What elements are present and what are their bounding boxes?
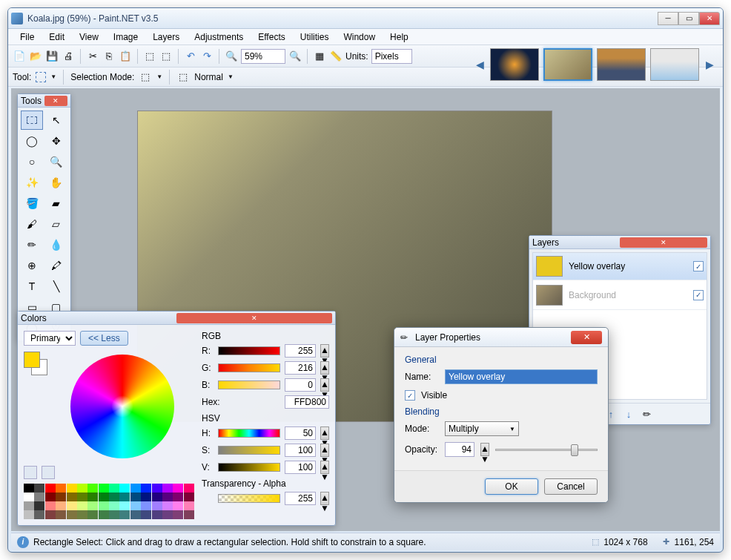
- swatch[interactable]: [162, 493, 173, 501]
- flood-icon[interactable]: ⬚: [176, 70, 190, 84]
- flood-mode[interactable]: Normal: [194, 72, 223, 82]
- opacity-spinner[interactable]: ▲▼: [480, 443, 489, 456]
- swatch[interactable]: [162, 510, 173, 519]
- swatch[interactable]: [24, 510, 34, 519]
- swatch[interactable]: [109, 510, 119, 519]
- swatch[interactable]: [45, 501, 56, 510]
- swatch[interactable]: [77, 484, 87, 493]
- swatch[interactable]: [99, 501, 109, 510]
- paint-bucket-tool[interactable]: 🪣: [21, 194, 43, 213]
- r-spinner[interactable]: ▲▼: [320, 344, 329, 358]
- primary-color-swatch[interactable]: [24, 352, 40, 368]
- tool-dropdown-icon[interactable]: ▼: [50, 73, 56, 80]
- dialog-titlebar[interactable]: ✏ Layer Properties ✕: [394, 328, 608, 347]
- swatch[interactable]: [56, 493, 66, 501]
- tools-palette[interactable]: Tools ✕ ↖ ◯ ✥ ○ 🔍 ✨ ✋ 🪣 ▰ 🖌 ▱ ✏ 💧 ⊕ 🖍 T …: [17, 93, 71, 341]
- swatch[interactable]: [99, 484, 109, 493]
- swatch[interactable]: [152, 501, 162, 510]
- s-slider[interactable]: [218, 446, 280, 455]
- swatch[interactable]: [99, 510, 109, 519]
- less-button[interactable]: << Less: [80, 331, 128, 346]
- selmode-replace-icon[interactable]: ⬚: [139, 70, 152, 84]
- line-tool[interactable]: ╲: [45, 277, 67, 296]
- swatch[interactable]: [34, 501, 44, 510]
- menu-effects[interactable]: Effects: [251, 30, 292, 44]
- document-thumb-4[interactable]: [650, 48, 699, 81]
- g-spinner[interactable]: ▲▼: [320, 361, 329, 375]
- lasso-select-tool[interactable]: ◯: [21, 131, 43, 151]
- swatch[interactable]: [141, 484, 151, 493]
- swatch[interactable]: [119, 484, 130, 493]
- manage-palette-icon[interactable]: [42, 466, 55, 479]
- grid-icon[interactable]: ▦: [313, 50, 326, 63]
- g-input[interactable]: [285, 361, 316, 375]
- swatch[interactable]: [119, 493, 130, 501]
- swatch[interactable]: [130, 484, 141, 493]
- layer-row-1[interactable]: Yellow overlay ✓: [533, 253, 707, 280]
- zoom-out-icon[interactable]: 🔍: [225, 50, 238, 63]
- menu-file[interactable]: File: [13, 30, 42, 44]
- swatch[interactable]: [24, 501, 34, 510]
- pan-tool[interactable]: ✋: [45, 173, 67, 192]
- b-slider[interactable]: [218, 381, 280, 389]
- menu-utilities[interactable]: Utilities: [293, 30, 337, 44]
- swatch[interactable]: [162, 484, 173, 493]
- layer-name-input[interactable]: [445, 369, 598, 384]
- thumb-prev-icon[interactable]: ◀: [474, 59, 486, 70]
- magic-wand-tool[interactable]: ✨: [21, 173, 43, 192]
- h-spinner[interactable]: ▲▼: [320, 426, 329, 440]
- menu-layers[interactable]: Layers: [145, 30, 187, 44]
- opacity-input[interactable]: [445, 442, 474, 457]
- menu-adjustments[interactable]: Adjustments: [187, 30, 251, 44]
- v-spinner[interactable]: ▲▼: [320, 461, 329, 474]
- rectangle-select-tool[interactable]: [21, 111, 43, 130]
- swatch[interactable]: [173, 493, 183, 501]
- swatch[interactable]: [56, 501, 66, 510]
- opacity-slider[interactable]: [495, 442, 598, 457]
- s-input[interactable]: [285, 444, 316, 457]
- b-input[interactable]: [285, 378, 316, 392]
- opacity-slider-thumb[interactable]: [571, 444, 578, 456]
- swatch[interactable]: [162, 501, 173, 510]
- a-spinner[interactable]: ▲▼: [320, 492, 329, 505]
- eraser-tool[interactable]: ▱: [45, 214, 67, 234]
- cut-icon[interactable]: ✂: [86, 50, 99, 63]
- layers-close-icon[interactable]: ✕: [620, 237, 707, 248]
- minimize-button[interactable]: ─: [658, 12, 678, 25]
- color-swatches[interactable]: [24, 352, 50, 378]
- swatch[interactable]: [67, 493, 77, 501]
- hex-input[interactable]: [285, 395, 329, 409]
- swatch[interactable]: [87, 493, 98, 501]
- pencil-tool[interactable]: ✏: [21, 235, 43, 254]
- color-wheel[interactable]: [70, 355, 174, 458]
- menu-view[interactable]: View: [72, 30, 106, 44]
- layer-visible-2[interactable]: ✓: [693, 290, 704, 300]
- alpha-input[interactable]: [285, 492, 316, 505]
- ok-button[interactable]: OK: [485, 478, 538, 495]
- swatch[interactable]: [109, 493, 119, 501]
- swatch[interactable]: [184, 493, 194, 501]
- paste-icon[interactable]: 📋: [119, 50, 132, 63]
- gradient-tool[interactable]: ▰: [45, 194, 67, 213]
- open-icon[interactable]: 📂: [29, 50, 42, 63]
- zoom-in-icon[interactable]: 🔍: [288, 50, 302, 63]
- document-thumb-3[interactable]: [597, 48, 646, 81]
- thumb-next-icon[interactable]: ▶: [704, 59, 715, 70]
- v-input[interactable]: [285, 461, 316, 474]
- swatch[interactable]: [45, 484, 56, 493]
- add-palette-icon[interactable]: [24, 466, 37, 479]
- color-swatch-grid[interactable]: [24, 484, 194, 519]
- v-slider[interactable]: [218, 463, 280, 472]
- swatch[interactable]: [77, 510, 87, 519]
- swatch[interactable]: [99, 493, 109, 501]
- layer-properties-dialog[interactable]: ✏ Layer Properties ✕ General Name: ✓ Vis…: [394, 327, 609, 503]
- layers-palette-title[interactable]: Layers ✕: [529, 236, 710, 249]
- swatch[interactable]: [130, 493, 141, 501]
- selmode-dropdown-icon[interactable]: ▼: [156, 73, 162, 80]
- swatch[interactable]: [152, 493, 162, 501]
- swatch[interactable]: [34, 484, 44, 493]
- swatch[interactable]: [184, 510, 194, 519]
- menu-window[interactable]: Window: [336, 30, 383, 44]
- paintbrush-tool[interactable]: 🖌: [21, 214, 43, 234]
- deselect-icon[interactable]: ⬚: [159, 50, 173, 63]
